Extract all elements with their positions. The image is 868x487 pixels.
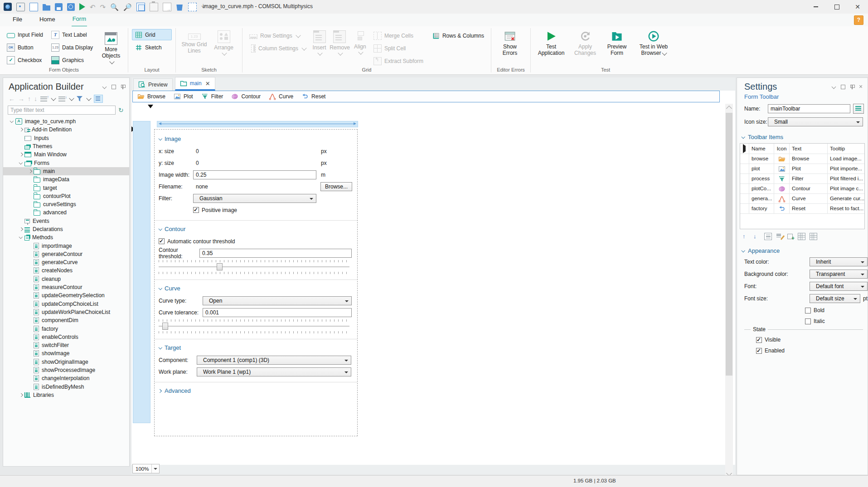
tree-item-addin-definition[interactable]: Add-in Definition <box>3 125 129 134</box>
table-row-process[interactable]: process Filter Plot filtered i... <box>740 174 864 184</box>
move-item-down-icon[interactable]: ↓ <box>753 233 760 240</box>
enabled-checkbox[interactable] <box>756 348 762 354</box>
zoom-extents-icon[interactable]: 🔍 <box>110 3 119 11</box>
section-collapse-icon[interactable] <box>159 346 162 350</box>
tree-item-declarations[interactable]: Declarations <box>3 225 129 233</box>
run-icon[interactable] <box>79 3 85 10</box>
tree-item-method-cleanup[interactable]: cleanup <box>3 275 129 283</box>
background-color-dropdown[interactable]: Transparent <box>810 270 868 279</box>
insert-table-icon[interactable] <box>798 233 805 240</box>
section-collapse-icon[interactable] <box>742 135 745 139</box>
contour-threshold-slider[interactable] <box>159 260 349 274</box>
remove-button[interactable]: Remove <box>330 29 350 67</box>
form-canvas[interactable]: Browse Plot Filter Contour Curve Reset I… <box>131 91 735 465</box>
graphics-button[interactable]: Graphics <box>48 54 96 66</box>
form-toolbar-item-filter[interactable]: Filter <box>201 93 223 100</box>
tree-item-method-factory[interactable]: factory <box>3 324 129 333</box>
tree-item-method-componentdim[interactable]: componentDim <box>3 316 129 324</box>
column-header-text[interactable]: Text <box>790 144 828 154</box>
select-region-icon[interactable] <box>188 3 197 11</box>
more-objects-button[interactable]: More Objects <box>98 31 124 66</box>
delete-icon[interactable] <box>176 3 184 11</box>
chevron-collapsed-icon[interactable] <box>27 168 34 174</box>
form-toolbar-object[interactable]: Browse Plot Filter Contour Curve Reset <box>132 91 720 102</box>
curve-type-dropdown[interactable]: Open <box>203 296 352 305</box>
move-down-icon[interactable]: ↓ <box>34 95 37 102</box>
section-target[interactable]: Target <box>159 344 353 351</box>
tree-item-method-showimage[interactable]: showImage <box>3 349 129 357</box>
grid-column-marker-icon[interactable] <box>148 105 153 108</box>
appearance-section-header[interactable]: Appearance <box>742 247 868 254</box>
tree-item-form-contourplot[interactable]: contourPlot <box>3 192 129 200</box>
tree-item-inputs[interactable]: Inputs <box>3 134 129 142</box>
auto-threshold-checkbox[interactable] <box>159 238 165 244</box>
preview-form-button[interactable]: Preview Form <box>602 29 631 57</box>
table-row-factory[interactable]: factory Reset Reset to fact... <box>740 204 864 214</box>
item-list-icon[interactable] <box>764 233 772 240</box>
tree-item-method-showoriginalimage[interactable]: showOriginalImage <box>3 358 129 366</box>
maximize-button[interactable] <box>826 0 847 14</box>
tree-item-form-imagedata[interactable]: imageData <box>3 175 129 183</box>
panel-menu-icon[interactable] <box>102 84 107 90</box>
button-object-button[interactable]: Button <box>4 42 46 53</box>
panel-menu-icon[interactable] <box>831 84 837 90</box>
tree-item-method-isdefinedbymesh[interactable]: isDefinedByMesh <box>3 383 129 391</box>
save-as-icon[interactable] <box>67 3 75 11</box>
column-header-icon[interactable]: Icon <box>774 144 790 154</box>
tree-item-method-measurecontour[interactable]: measureContour <box>3 283 129 291</box>
form-toolbar-item-contour[interactable]: Contour <box>231 93 261 100</box>
apply-changes-button[interactable]: Apply Changes <box>571 29 600 57</box>
slider-track[interactable] <box>159 326 349 327</box>
section-collapse-icon[interactable] <box>159 287 162 290</box>
merge-cells-button[interactable]: Merge Cells <box>370 30 427 41</box>
icon-size-dropdown[interactable]: Small <box>768 117 863 126</box>
table-row-plot[interactable]: plot Plot Plot importe... <box>740 164 864 174</box>
chevron-collapsed-icon[interactable] <box>18 392 24 398</box>
work-plane-dropdown[interactable]: Work Plane 1 (wp1) <box>197 367 351 376</box>
align-button[interactable]: Align <box>353 29 368 67</box>
tree-item-themes[interactable]: Themes <box>3 142 129 150</box>
section-collapse-icon[interactable] <box>159 137 162 141</box>
tree-filter-input[interactable] <box>8 106 116 115</box>
table-row-plotcontour[interactable]: plotCo... Contour Plot image c... <box>740 184 864 194</box>
chevron-expanded-icon[interactable] <box>9 118 15 125</box>
add-item-icon[interactable] <box>787 233 794 240</box>
column-settings-button[interactable]: Column Settings <box>246 43 309 54</box>
split-cell-button[interactable]: Split Cell <box>370 43 427 54</box>
column-header-tooltip[interactable]: Tooltip <box>828 144 864 154</box>
tree-item-main-window[interactable]: Main Window <box>3 150 129 159</box>
duplicate-icon[interactable] <box>163 3 171 11</box>
refresh-icon[interactable]: ↻ <box>118 106 126 114</box>
curve-tolerance-slider[interactable] <box>159 319 349 333</box>
zoom-control[interactable]: 100% <box>132 464 160 473</box>
section-image[interactable]: Image <box>159 135 353 142</box>
positive-image-checkbox[interactable] <box>193 207 199 213</box>
bold-checkbox[interactable] <box>805 308 811 313</box>
tree-item-form-main[interactable]: main <box>3 167 129 175</box>
panel-float-icon[interactable] <box>840 84 846 90</box>
tree-item-method-changeinterpolation[interactable]: changeInterpolation <box>3 374 129 382</box>
slider-thumb[interactable] <box>217 263 223 270</box>
image-width-input[interactable] <box>193 170 316 179</box>
name-input[interactable] <box>768 104 850 113</box>
selected-grid-column[interactable] <box>133 121 150 423</box>
column-header-name[interactable]: Name <box>749 144 774 154</box>
tree-filter-icon[interactable] <box>77 96 82 101</box>
tree-item-method-showprocessedimage[interactable]: showProcessedImage <box>3 366 129 374</box>
tree-item-method-enablecontrols[interactable]: enableControls <box>3 333 129 341</box>
tree-item-form-target[interactable]: target <box>3 183 129 192</box>
checkbox-object-button[interactable]: Checkbox <box>4 54 46 66</box>
section-advanced[interactable]: Advanced <box>159 387 353 394</box>
test-web-browser-button[interactable]: Test in Web Browser <box>634 29 673 57</box>
scroll-up-icon[interactable] <box>726 106 732 111</box>
form-toolbar-item-curve[interactable]: Curve <box>269 93 293 100</box>
tree-item-method-switchfilter[interactable]: switchFilter <box>3 341 129 349</box>
zoom-dropdown-icon[interactable] <box>151 464 159 473</box>
vertical-scrollbar[interactable] <box>725 104 733 478</box>
table-row-generatecurve[interactable]: genera... Curve Generate cur... <box>740 194 864 204</box>
help-button[interactable]: ? <box>854 15 863 25</box>
selected-grid-row[interactable] <box>157 121 358 127</box>
column-resize-arrow-icon[interactable] <box>159 124 356 124</box>
curve-tolerance-input[interactable] <box>203 308 352 317</box>
slider-track[interactable] <box>159 266 349 267</box>
